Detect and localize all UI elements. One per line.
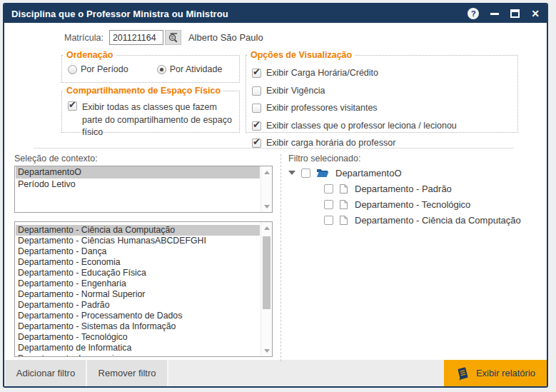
list-item[interactable]: Departamento - Economia [16,257,260,268]
add-filter-button[interactable]: Adicionar filtro [6,360,87,386]
checkbox-row: Exibir professores visitantes [246,102,517,115]
maximize-icon[interactable] [510,9,520,18]
selecao-contexto-label: Seleção de contexto: [14,154,98,164]
footer-bar: Adicionar filtro Remover filtro Exibir r… [4,360,547,386]
scrollbar[interactable] [261,222,272,356]
list-item[interactable]: Departamento - Processamento de Dados [16,311,260,321]
open-folder-icon [316,168,329,178]
checkbox-professores-visitantes[interactable] [252,104,261,113]
checkbox-classes-leciona[interactable] [252,121,261,131]
triangle-up-icon [264,226,270,230]
show-report-label: Exibir relatório [476,368,535,378]
list-item[interactable]: Departamento - Sistemas da Informação [16,321,260,332]
list-item[interactable]: Departamento - Ciências HumanasABCDEFGHI [16,236,260,246]
checkbox-exibir-todas-classes-label[interactable]: Exibir todas as classes que fazem parte … [82,101,235,139]
tree-node-label[interactable]: DepartamentoO [335,168,402,179]
remove-filter-button[interactable]: Remover filtro [87,360,168,386]
desktop-background: Disciplina que o Professor Ministra ou M… [0,0,556,392]
horizontal-divider [34,148,514,149]
filtro-selecionado-label: Filtro selecionado: [288,154,360,164]
list-item[interactable]: Departamento - Normal Superior [16,289,260,300]
help-icon[interactable]: ? [467,8,479,19]
minimize-icon[interactable] [490,13,499,15]
titlebar: Disciplina que o Professor Ministra ou M… [4,4,547,23]
scrollbar-up-arrow[interactable] [261,222,273,233]
tree-node-label[interactable]: Departamento - Tecnológico [355,199,470,210]
context-list-items: DepartamentoO Período Letivo [16,166,260,212]
window-controls: ? ✕ [467,8,540,19]
tree-child-row: Departamento - Ciência da Computação [288,212,521,228]
vertical-dashed-divider [280,154,281,361]
report-icon [455,366,470,381]
checkbox-label[interactable]: Exibir classes que o professor leciona /… [266,120,457,133]
list-item[interactable]: Período Letivo [16,179,260,191]
checkbox-carga-horaria-credito[interactable] [252,69,261,78]
department-listbox: Departamento - Ciência da Computação Dep… [14,221,273,357]
dialog-content: Matrícula: Alberto São Paulo Ordenação [4,23,547,360]
ordenacao-fieldset: Ordenação Por Período Por Atividade [61,50,240,83]
scrollbar-up-arrow[interactable] [261,166,273,178]
document-icon [339,215,348,226]
checkbox-label[interactable]: Exibir Carga Horária/Crédito [266,67,378,80]
checkbox-vigencia[interactable] [252,86,261,96]
compartilhamento-checkbox-row: Exibir todas as classes que fazem parte … [62,96,239,139]
list-item[interactable]: DepartamentoO [16,166,260,179]
search-list-icon [167,31,179,44]
close-icon[interactable]: ✕ [531,9,540,19]
show-report-button[interactable]: Exibir relatório [444,360,547,386]
compartilhamento-fieldset: Compartilhamento de Espaço Físico Exibir… [61,86,240,133]
compartilhamento-legend: Compartilhamento de Espaço Físico [64,86,223,96]
triangle-up-icon [264,171,270,174]
list-item[interactable]: Departamento - Dança [16,246,260,257]
list-item[interactable]: Departamento - Educação Física [16,268,260,278]
tree-checkbox[interactable] [324,184,333,194]
document-icon [339,184,348,194]
tree-root-row: DepartamentoO [288,165,521,181]
tree-child-row: Departamento - Tecnológico [288,196,521,212]
window-title: Disciplina que o Professor Ministra ou M… [11,9,228,19]
tree-node-label[interactable]: Departamento - Padrão [355,184,452,194]
matricula-label: Matrícula: [64,33,103,43]
triangle-down-icon [264,205,270,208]
tree-checkbox[interactable] [301,169,310,178]
radio-por-periodo-label[interactable]: Por Período [81,64,128,74]
tree-node-label[interactable]: Departamento - Ciência da Computação [355,215,521,226]
tree-checkbox[interactable] [324,200,333,209]
opcoes-visualizacao-fieldset: Opções de Visualização Exibir Carga Horá… [246,50,518,133]
tree-checkbox[interactable] [324,216,333,225]
ordenacao-options: Por Período Por Atividade [62,60,239,74]
list-item[interactable]: Departamento - Padrão [16,300,260,311]
opcoes-visualizacao-legend: Opções de Visualização [248,50,355,60]
checkbox-carga-horaria-professor[interactable] [252,139,261,148]
triangle-down-icon [264,349,270,353]
scrollbar-down-arrow[interactable] [261,201,273,212]
list-item[interactable]: Departamento de Informatica [16,343,260,353]
radio-por-atividade-label[interactable]: Por Atividade [170,64,223,74]
checkbox-label[interactable]: Exibir Vigência [266,85,325,98]
dialog-window: Disciplina que o Professor Ministra ou M… [3,3,548,388]
opcoes-checkbox-list: Exibir Carga Horária/Crédito Exibir Vigê… [246,60,517,150]
matricula-input[interactable] [109,30,163,45]
checkbox-row: Exibir Carga Horária/Crédito [246,67,517,80]
scrollbar-thumb[interactable] [263,236,271,309]
ordenacao-legend: Ordenação [64,50,116,60]
scrollbar[interactable] [261,166,272,212]
collapse-arrow-icon[interactable] [288,169,295,176]
tree-child-row: Departamento - Padrão [288,181,521,196]
radio-por-periodo[interactable] [68,65,77,74]
checkbox-row: Exibir Vigência [246,85,517,98]
department-list-items: Departamento - Ciência da Computação Dep… [16,225,260,356]
checkbox-row: Exibir classes que o professor leciona /… [246,120,517,133]
checkbox-exibir-todas-classes[interactable] [68,101,77,111]
lookup-button[interactable] [165,30,181,45]
context-listbox: DepartamentoO Período Letivo [14,166,273,213]
list-item[interactable]: Departamento - Ciência da Computação [16,225,260,236]
checkbox-label[interactable]: Exibir professores visitantes [266,102,378,115]
matricula-row: Matrícula: Alberto São Paulo [64,30,263,45]
list-item[interactable]: Departamento - Engenharia [16,278,260,289]
list-item[interactable]: Departamento - Tecnológico [16,332,260,343]
radio-por-atividade[interactable] [157,65,166,74]
document-icon [339,199,348,210]
list-item[interactable]: Departamento de pesquisa [16,353,260,357]
scrollbar-down-arrow[interactable] [261,345,273,356]
